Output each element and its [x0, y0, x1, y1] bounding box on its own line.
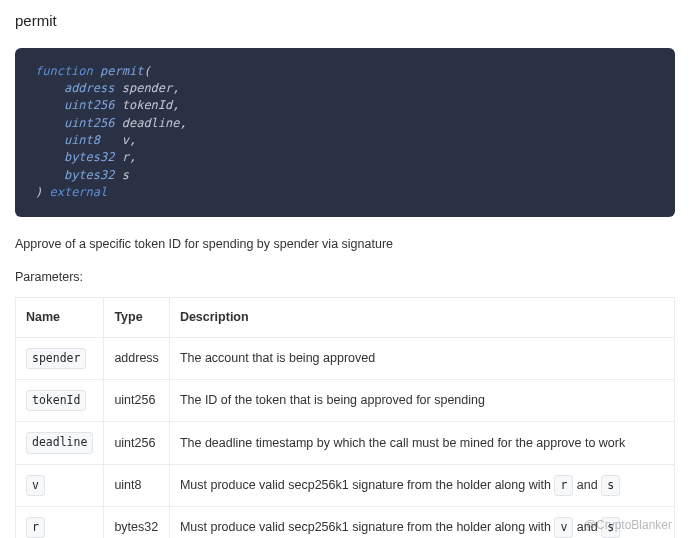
param-type: bytes32: [64, 150, 115, 164]
comma: ,: [129, 150, 136, 164]
param-var: v: [122, 133, 129, 147]
keyword-function: function: [35, 64, 93, 78]
param-desc-text: The ID of the token that is being approv…: [180, 393, 485, 407]
parameters-label: Parameters:: [15, 268, 675, 287]
param-name-cell: deadline: [16, 422, 104, 464]
table-row: vuint8Must produce valid secp256k1 signa…: [16, 464, 675, 506]
table-header-row: Name Type Description: [16, 298, 675, 338]
param-name-code: tokenId: [26, 390, 86, 411]
description-text: Approve of a specific token ID for spend…: [15, 235, 675, 254]
param-type-cell: address: [104, 337, 169, 379]
param-desc-text: The account that is being approved: [180, 351, 375, 365]
param-name-cell: v: [16, 464, 104, 506]
param-var: deadline: [122, 116, 180, 130]
table-row: deadlineuint256The deadline timestamp by…: [16, 422, 675, 464]
param-name-code: r: [26, 517, 45, 538]
param-type: uint8: [64, 133, 100, 147]
param-var: spender: [122, 81, 173, 95]
param-desc-cell: The deadline timestamp by which the call…: [169, 422, 674, 464]
paren-close: ): [35, 185, 42, 199]
param-ref-code: v: [554, 517, 573, 538]
param-var: s: [122, 168, 129, 182]
header-description: Description: [169, 298, 674, 338]
param-name-code: deadline: [26, 432, 93, 453]
table-row: tokenIduint256The ID of the token that i…: [16, 380, 675, 422]
param-name-cell: tokenId: [16, 380, 104, 422]
section-title: permit: [15, 10, 675, 33]
header-name: Name: [16, 298, 104, 338]
param-desc-text: The deadline timestamp by which the call…: [180, 436, 625, 450]
param-type: bytes32: [64, 168, 115, 182]
param-desc-cell: Must produce valid secp256k1 signature f…: [169, 506, 674, 538]
table-row: rbytes32Must produce valid secp256k1 sig…: [16, 506, 675, 538]
param-desc-mid: and: [573, 478, 601, 492]
table-row: spenderaddressThe account that is being …: [16, 337, 675, 379]
param-desc-mid: and: [573, 520, 601, 534]
param-type-cell: bytes32: [104, 506, 169, 538]
param-var: tokenId: [122, 98, 173, 112]
param-type-cell: uint8: [104, 464, 169, 506]
param-type: uint256: [64, 116, 115, 130]
keyword-modifier: external: [49, 185, 107, 199]
param-ref-code: s: [601, 517, 620, 538]
paren-open: (: [143, 64, 150, 78]
comma: ,: [172, 98, 179, 112]
param-ref-code: s: [601, 475, 620, 496]
param-type: uint256: [64, 98, 115, 112]
param-name-code: spender: [26, 348, 86, 369]
param-desc-text: Must produce valid secp256k1 signature f…: [180, 478, 555, 492]
param-desc-cell: Must produce valid secp256k1 signature f…: [169, 464, 674, 506]
parameters-table: Name Type Description spenderaddressThe …: [15, 297, 675, 538]
param-name-code: v: [26, 475, 45, 496]
param-type-cell: uint256: [104, 380, 169, 422]
param-desc-cell: The account that is being approved: [169, 337, 674, 379]
param-type-cell: uint256: [104, 422, 169, 464]
param-ref-code: r: [554, 475, 573, 496]
header-type: Type: [104, 298, 169, 338]
comma: ,: [180, 116, 187, 130]
param-var: r: [122, 150, 129, 164]
param-name-cell: r: [16, 506, 104, 538]
code-block: function permit( address spender, uint25…: [15, 48, 675, 217]
param-desc-text: Must produce valid secp256k1 signature f…: [180, 520, 555, 534]
param-desc-cell: The ID of the token that is being approv…: [169, 380, 674, 422]
comma: ,: [129, 133, 136, 147]
comma: ,: [172, 81, 179, 95]
param-name-cell: spender: [16, 337, 104, 379]
function-name: permit: [100, 64, 143, 78]
param-type: address: [64, 81, 115, 95]
